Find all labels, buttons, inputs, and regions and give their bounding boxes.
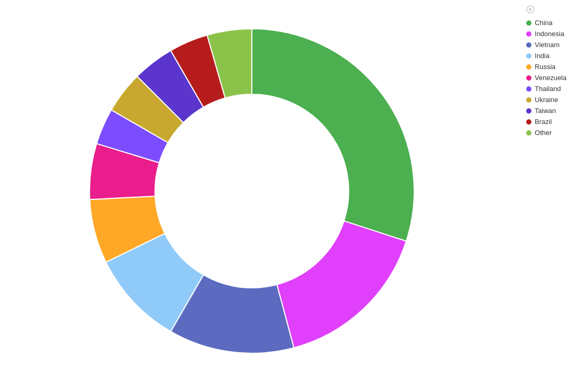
legend-item-other: Other (526, 129, 567, 137)
legend-label-ukraine: Ukraine (535, 96, 558, 104)
legend-dot-india (526, 53, 531, 59)
legend-dot-taiwan (526, 108, 531, 114)
legend-item-brazil: Brazil (526, 118, 567, 126)
legend-item-india: India (526, 52, 567, 60)
legend-dot-vietnam (526, 42, 531, 48)
legend-item-venezuela: Venezuela (526, 74, 567, 82)
legend-label-other: Other (535, 129, 552, 137)
legend-dot-thailand (526, 86, 531, 92)
legend-label-venezuela: Venezuela (535, 74, 567, 82)
donut-chart (69, 8, 435, 385)
legend-dot-ukraine (526, 97, 531, 103)
legend-dot-brazil (526, 119, 531, 125)
segment-indonesia[interactable] (277, 221, 406, 348)
legend-label-thailand: Thailand (535, 85, 561, 93)
chart-container: ChinaIndonesiaVietnamIndiaRussiaVenezuel… (0, 0, 577, 392)
legend-label-taiwan: Taiwan (535, 107, 556, 115)
legend-dot-china (526, 20, 531, 26)
legend-dot-other (526, 130, 531, 136)
legend-dot-russia (526, 64, 531, 70)
legend-item-vietnam: Vietnam (526, 41, 567, 49)
legend-item-ukraine: Ukraine (526, 96, 567, 104)
legend-item-indonesia: Indonesia (526, 30, 567, 38)
legend-dot-venezuela (526, 75, 531, 81)
legend-item-taiwan: Taiwan (526, 107, 567, 115)
chart-legend: ChinaIndonesiaVietnamIndiaRussiaVenezuel… (526, 5, 567, 137)
legend-label-china: China (535, 19, 552, 27)
legend-item-china: China (526, 19, 567, 27)
legend-nav-icon[interactable] (526, 5, 535, 14)
legend-label-indonesia: Indonesia (535, 30, 564, 38)
segment-china[interactable] (252, 29, 414, 241)
legend-label-india: India (535, 52, 549, 60)
legend-label-brazil: Brazil (535, 118, 552, 126)
legend-item-thailand: Thailand (526, 85, 567, 93)
legend-item-russia: Russia (526, 63, 567, 71)
legend-label-vietnam: Vietnam (535, 41, 559, 49)
legend-dot-indonesia (526, 31, 531, 37)
legend-label-russia: Russia (535, 63, 556, 71)
svg-marker-1 (529, 7, 532, 12)
